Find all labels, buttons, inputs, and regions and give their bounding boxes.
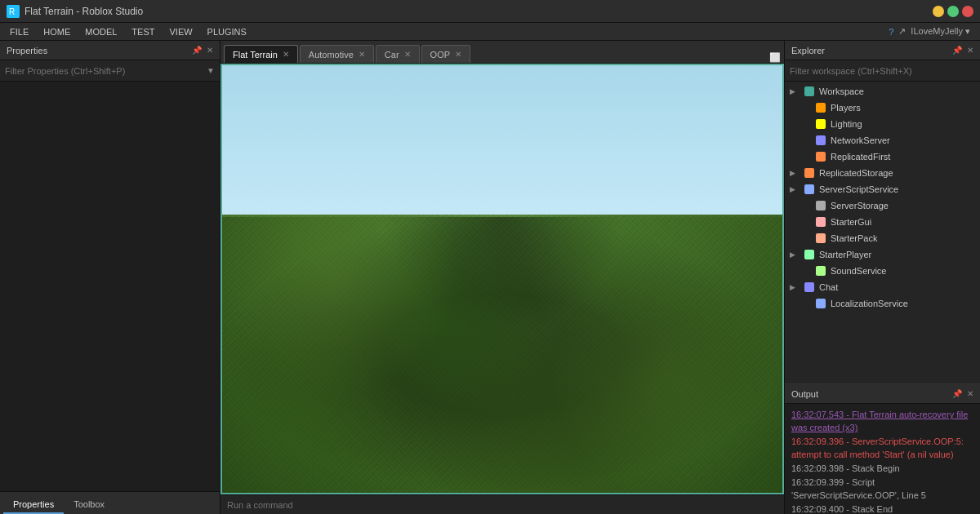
- menu-file[interactable]: FILE: [3, 25, 35, 38]
- explorer-item[interactable]: StarterGui: [785, 214, 980, 230]
- explorer-item-label: NetworkServer: [831, 135, 890, 145]
- explorer-item[interactable]: ▶Workspace: [785, 83, 980, 100]
- explorer-arrow-icon[interactable]: ▶: [790, 185, 800, 193]
- menu-view[interactable]: VIEW: [163, 25, 198, 38]
- explorer-item-icon: [803, 281, 816, 294]
- explorer-item-label: StarterPlayer: [819, 250, 871, 259]
- explorer-item-icon: [803, 85, 816, 98]
- username: ILoveMyJelly ▾: [911, 26, 970, 37]
- svg-text:R: R: [9, 7, 15, 16]
- explorer-item[interactable]: ▶ReplicatedStorage: [785, 165, 980, 181]
- menu-home[interactable]: HOME: [37, 25, 77, 38]
- explorer-item-label: SoundService: [831, 266, 887, 276]
- explorer-item-label: Players: [831, 103, 861, 113]
- explorer-item-label: StarterGui: [831, 217, 871, 227]
- explorer-filter-bar: [785, 60, 980, 82]
- viewport-terrain: [222, 215, 782, 493]
- explorer-panel: Explorer 📌 ✕ ▶WorkspacePlayersLightingNe…: [784, 41, 980, 514]
- viewport-tabs-bar: Flat Terrain ✕ Automotive ✕ Car ✕ OOP ✕ …: [220, 41, 784, 64]
- explorer-arrow-icon[interactable]: ▶: [790, 250, 800, 259]
- explorer-item[interactable]: ▶Chat: [785, 279, 980, 295]
- center-panel: Flat Terrain ✕ Automotive ✕ Car ✕ OOP ✕ …: [220, 41, 784, 514]
- menu-plugins[interactable]: PLUGINS: [201, 25, 253, 38]
- output-line[interactable]: 16:32:07.543 - Flat Terrain auto-recover…: [791, 408, 973, 434]
- output-line: 16:32:09.396 - ServerScriptService.OOP:5…: [791, 435, 973, 461]
- explorer-item[interactable]: ▶ServerScriptService: [785, 181, 980, 197]
- output-line: 16:32:09.398 - Stack Begin: [791, 462, 973, 475]
- viewport-expand-icon[interactable]: ⬜: [769, 52, 781, 63]
- terrain-texture: [222, 215, 782, 493]
- tab-flat-terrain-close[interactable]: ✕: [283, 50, 289, 59]
- output-pin-icon[interactable]: 📌: [952, 389, 962, 398]
- tab-automotive-label: Automotive: [309, 50, 354, 60]
- tab-flat-terrain[interactable]: Flat Terrain ✕: [224, 45, 298, 63]
- title-bar: R Flat Terrain - Roblox Studio — □ ✕: [0, 0, 980, 23]
- properties-pin-icon[interactable]: 📌: [192, 46, 202, 55]
- user-area[interactable]: ? ↗ ILoveMyJelly ▾: [889, 26, 977, 37]
- tab-flat-terrain-label: Flat Terrain: [233, 50, 278, 60]
- menu-test[interactable]: TEST: [125, 25, 161, 38]
- explorer-item[interactable]: LocalizationService: [785, 295, 980, 312]
- explorer-item-icon: [814, 117, 827, 131]
- tab-oop-close[interactable]: ✕: [455, 50, 461, 59]
- explorer-item-label: ReplicatedFirst: [831, 152, 890, 162]
- properties-close-icon[interactable]: ✕: [207, 46, 213, 55]
- menu-bar: FILE HOME MODEL TEST VIEW PLUGINS ? ↗ IL…: [0, 23, 980, 41]
- viewport-tabs: Flat Terrain ✕ Automotive ✕ Car ✕ OOP ✕: [224, 45, 472, 63]
- tab-car[interactable]: Car ✕: [376, 45, 420, 63]
- explorer-item[interactable]: Players: [785, 100, 980, 116]
- explorer-item-label: Lighting: [831, 119, 862, 129]
- window-controls: — □ ✕: [933, 6, 973, 17]
- explorer-item-icon: [814, 297, 827, 310]
- explorer-item-icon: [803, 183, 816, 196]
- close-button[interactable]: ✕: [962, 6, 973, 17]
- explorer-arrow-icon[interactable]: ▶: [790, 87, 800, 95]
- menu-model[interactable]: MODEL: [78, 25, 123, 38]
- tab-toolbox[interactable]: Toolbox: [64, 496, 114, 514]
- explorer-filter-input[interactable]: [790, 66, 975, 76]
- explorer-item-icon: [814, 199, 827, 212]
- output-title: Output: [791, 389, 818, 399]
- explorer-header: Explorer 📌 ✕: [785, 41, 980, 60]
- tab-oop[interactable]: OOP ✕: [421, 45, 470, 63]
- tab-oop-label: OOP: [430, 50, 450, 60]
- tab-car-close[interactable]: ✕: [404, 50, 411, 59]
- explorer-item[interactable]: SoundService: [785, 263, 980, 279]
- explorer-item[interactable]: ServerStorage: [785, 197, 980, 214]
- maximize-button[interactable]: □: [947, 6, 959, 17]
- explorer-item[interactable]: NetworkServer: [785, 132, 980, 148]
- explorer-item[interactable]: ReplicatedFirst: [785, 148, 980, 165]
- explorer-item[interactable]: ▶StarterPlayer: [785, 246, 980, 263]
- explorer-item-label: ServerScriptService: [819, 184, 898, 194]
- explorer-item[interactable]: Lighting: [785, 116, 980, 132]
- explorer-item-label: ReplicatedStorage: [819, 168, 893, 178]
- explorer-item-label: StarterPack: [831, 233, 877, 243]
- tab-properties[interactable]: Properties: [3, 496, 64, 514]
- command-input[interactable]: [227, 500, 777, 510]
- explorer-item-icon: [814, 134, 827, 147]
- properties-filter-input[interactable]: [5, 66, 207, 76]
- explorer-item-label: LocalizationService: [831, 299, 908, 308]
- explorer-item[interactable]: StarterPack: [785, 230, 980, 246]
- output-header: Output 📌 ✕: [785, 384, 980, 404]
- explorer-item-icon: [814, 215, 827, 228]
- output-line: 16:32:09.400 - Stack End: [791, 503, 973, 514]
- explorer-item-icon: [803, 248, 816, 261]
- filter-dropdown-icon[interactable]: ▼: [207, 66, 215, 75]
- viewport[interactable]: [220, 64, 784, 494]
- explorer-arrow-icon[interactable]: ▶: [790, 169, 800, 177]
- explorer-close-icon[interactable]: ✕: [967, 46, 973, 55]
- explorer-title: Explorer: [791, 46, 825, 55]
- properties-content: [0, 82, 220, 491]
- command-bar: [220, 494, 784, 514]
- explorer-arrow-icon[interactable]: ▶: [790, 283, 800, 291]
- properties-panel: Properties 📌 ✕ ▼ Properties Toolbox: [0, 41, 220, 514]
- properties-filter-bar: ▼: [0, 60, 220, 82]
- explorer-pin-icon[interactable]: 📌: [952, 46, 962, 55]
- bottom-tabs: Properties Toolbox: [0, 491, 220, 514]
- tab-automotive-close[interactable]: ✕: [359, 50, 365, 59]
- output-close-icon[interactable]: ✕: [967, 389, 973, 398]
- tab-automotive[interactable]: Automotive ✕: [300, 45, 374, 63]
- minimize-button[interactable]: —: [933, 6, 944, 17]
- explorer-item-label: Workspace: [819, 86, 864, 96]
